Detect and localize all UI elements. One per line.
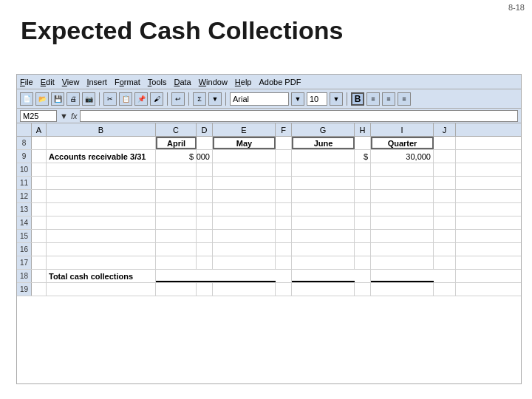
menu-bar: File Edit View Insert Format Tools Data … (17, 75, 521, 89)
cut-button[interactable]: ✂ (103, 92, 117, 106)
menu-help[interactable]: Help (235, 78, 252, 86)
cell-f18[interactable] (276, 270, 292, 282)
cell-a18[interactable] (32, 270, 47, 282)
menu-edit[interactable]: Edit (41, 78, 55, 86)
cell-h18[interactable] (355, 270, 371, 282)
paste-button[interactable]: 📌 (134, 92, 148, 106)
col-header-f[interactable]: F (276, 123, 292, 136)
cell-b9-label[interactable]: Accounts receivable 3/31 (47, 150, 156, 163)
cell-f9[interactable] (276, 150, 292, 163)
bold-button[interactable]: B (351, 92, 364, 106)
toolbar-separator-4 (225, 92, 226, 106)
col-header-j[interactable]: J (434, 123, 456, 136)
col-header-a[interactable]: A (32, 123, 47, 136)
menu-data[interactable]: Data (174, 78, 191, 86)
cell-f8[interactable] (276, 137, 292, 149)
formula-bar: M25 ▼ fx (17, 109, 521, 123)
sigma-button[interactable]: Σ (193, 92, 206, 106)
table-row: 9 Accounts receivable 3/31 $ 30,000 $ 30… (17, 150, 521, 163)
formula-input[interactable] (80, 110, 518, 122)
cell-e9[interactable] (213, 150, 276, 163)
cell-h8[interactable] (355, 137, 371, 149)
column-headers: A B C D E F G H I J (17, 123, 521, 137)
copy-button[interactable]: 📋 (119, 92, 132, 106)
cell-b18-label[interactable]: Total cash collections (47, 270, 156, 282)
col-header-i[interactable]: I (371, 123, 434, 136)
undo-button[interactable]: ↩ (171, 92, 185, 106)
col-header-g[interactable]: G (292, 123, 355, 136)
cell-g8-june[interactable]: June (292, 137, 355, 149)
col-header-h[interactable]: H (355, 123, 371, 136)
row-num-18: 18 (17, 270, 32, 282)
page-title: Expected Cash Collections (21, 16, 343, 45)
col-header-d[interactable]: D (197, 123, 213, 136)
font-size[interactable]: 10 (307, 92, 327, 106)
cell-c9-dollar[interactable]: $ (156, 150, 197, 163)
menu-window[interactable]: Window (199, 78, 228, 86)
cell-e18[interactable] (213, 270, 276, 282)
table-row: 18 Total cash collections (17, 270, 521, 283)
cell-a8[interactable] (32, 137, 47, 149)
camera-button[interactable]: 📷 (82, 92, 95, 106)
cell-i8-quarter[interactable]: Quarter (371, 137, 434, 149)
cell-h9-dollar[interactable]: $ (355, 150, 371, 163)
table-row: 10 (17, 163, 521, 177)
menu-insert[interactable]: Insert (86, 78, 107, 86)
save-button[interactable]: 💾 (51, 92, 64, 106)
cell-g18[interactable] (292, 270, 355, 282)
toolbar-separator-1 (99, 92, 100, 106)
col-header-e[interactable]: E (213, 123, 276, 136)
cell-e8-may[interactable]: May (213, 137, 276, 149)
cell-g9[interactable] (292, 150, 355, 163)
grid: 8 April May June Quarter 9 Accounts rece… (17, 137, 521, 383)
font-dropdown[interactable]: ▼ (291, 92, 304, 106)
cell-b8[interactable] (47, 137, 156, 149)
menu-file[interactable]: File (20, 78, 33, 86)
align-center-button[interactable]: ≡ (382, 92, 395, 106)
toolbar-separator-3 (188, 92, 189, 106)
spreadsheet: File Edit View Insert Format Tools Data … (16, 74, 522, 384)
col-header-c[interactable]: C (156, 123, 197, 136)
table-row: 15 (17, 230, 521, 243)
table-row: 11 (17, 177, 521, 190)
toolbar-separator-5 (347, 92, 347, 106)
table-row: 19 (17, 283, 521, 296)
toolbar: 📄 📂 💾 🖨 📷 ✂ 📋 📌 🖌 ↩ Σ ▼ Arial ▼ 10 ▼ B ≡… (17, 89, 521, 109)
table-row: 14 (17, 216, 521, 230)
slide-number: 8-18 (508, 3, 525, 12)
cell-c8-april[interactable]: April (156, 137, 197, 149)
row-header-corner (17, 123, 32, 136)
row-num-9: 9 (17, 150, 32, 163)
sort-button[interactable]: ▼ (208, 92, 222, 106)
cell-c18[interactable] (156, 270, 197, 282)
size-dropdown[interactable]: ▼ (330, 92, 343, 106)
align-left-button[interactable]: ≡ (366, 92, 380, 106)
cell-a9[interactable] (32, 150, 47, 163)
table-row: 16 (17, 243, 521, 256)
cell-i18[interactable] (371, 270, 434, 282)
new-button[interactable]: 📄 (20, 92, 33, 106)
fx-icon: fx (71, 112, 78, 120)
table-row: 13 (17, 203, 521, 216)
open-button[interactable]: 📂 (35, 92, 49, 106)
col-header-b[interactable]: B (47, 123, 156, 136)
cell-d18[interactable] (197, 270, 213, 282)
menu-adobe[interactable]: Adobe PDF (259, 78, 301, 86)
align-right-button[interactable]: ≡ (398, 92, 411, 106)
table-row: 12 (17, 190, 521, 203)
menu-format[interactable]: Format (115, 78, 140, 86)
menu-tools[interactable]: Tools (148, 78, 167, 86)
cell-j8[interactable] (434, 137, 456, 149)
cell-j9[interactable] (434, 150, 456, 163)
menu-view[interactable]: View (62, 78, 80, 86)
paintbrush-button[interactable]: 🖌 (150, 92, 163, 106)
cell-d8[interactable] (197, 137, 213, 149)
cell-reference[interactable]: M25 (20, 110, 57, 122)
print-button[interactable]: 🖨 (66, 92, 80, 106)
cell-j18[interactable] (434, 270, 456, 282)
cell-i9-value[interactable]: 30,000 (371, 150, 434, 163)
toolbar-separator-2 (167, 92, 168, 106)
cell-d9-value[interactable]: 30,000 (197, 150, 213, 163)
font-selector[interactable]: Arial (230, 92, 289, 106)
row-num-8: 8 (17, 137, 32, 149)
